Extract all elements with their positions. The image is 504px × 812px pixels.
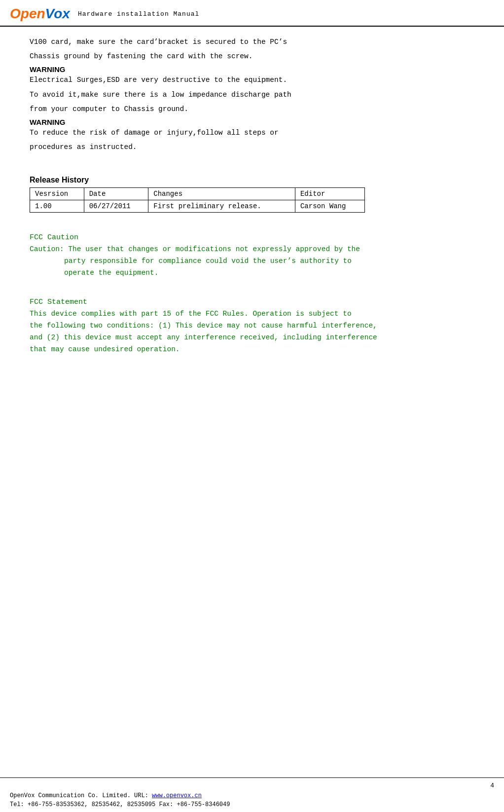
logo-open: Open (10, 6, 45, 22)
fcc-statement-line4: that may cause undesired operation. (30, 345, 180, 353)
fcc-caution-prefix: Caution: (30, 245, 68, 253)
fcc-caution-line3: operate the equipment. (64, 267, 474, 279)
header-subtitle: Hardware installation Manual (78, 10, 199, 18)
footer-url-link[interactable]: www.openvox.cn (152, 792, 202, 799)
table-cell-changes: First preliminary release. (148, 200, 295, 213)
page-number: 4 (10, 782, 494, 789)
table-header-version: Vesrsion (30, 188, 84, 200)
warning1-line2: To avoid it,make sure there is a low imp… (30, 89, 474, 101)
warning2-label: WARNING (30, 118, 474, 126)
footer-company-prefix: OpenVox Communication Co. Limited. URL: (10, 792, 152, 799)
logo: OpenVox (10, 6, 70, 22)
footer-company-info: OpenVox Communication Co. Limited. URL: … (10, 791, 494, 809)
table-header-changes: Changes (148, 188, 295, 200)
footer-tel-fax: Tel: +86-755-83535362, 82535462, 8253509… (10, 801, 230, 808)
fcc-caution-title: FCC Caution (30, 233, 474, 242)
table-cell-date: 06/27/2011 (84, 200, 148, 213)
fcc-statement-line2: the following two conditions: (1) This d… (30, 322, 377, 330)
logo-vox: Vox (45, 6, 70, 22)
fcc-caution-line2: party responsible for compliance could v… (64, 256, 474, 267)
table-cell-editor: Carson Wang (295, 200, 364, 213)
fcc-caution-line1: The user that changes or modifications n… (68, 245, 360, 253)
page-header: OpenVox Hardware installation Manual (0, 0, 504, 27)
fcc-caution-body: Caution: The user that changes or modifi… (30, 244, 474, 279)
warning1-line1: Electrical Surges,ESD are very destructi… (30, 74, 474, 86)
release-history-title: Release History (30, 176, 474, 185)
page-footer: 4 OpenVox Communication Co. Limited. URL… (0, 777, 504, 812)
fcc-statement-line1: This device complies with part 15 of the… (30, 310, 352, 318)
fcc-statement-line3: and (2) this device must accept any inte… (30, 333, 377, 341)
release-history-table: Vesrsion Date Changes Editor 1.00 06/27/… (30, 187, 365, 213)
warning2-line1: To reduce the risk of damage or injury,f… (30, 127, 474, 139)
main-content: V100 card, make sure the card’bracket is… (0, 27, 504, 366)
fcc-statement-body: This device complies with part 15 of the… (30, 308, 474, 356)
table-header-editor: Editor (295, 188, 364, 200)
table-cell-version: 1.00 (30, 200, 84, 213)
table-row: 1.00 06/27/2011 First preliminary releas… (30, 200, 365, 213)
table-header-date: Date (84, 188, 148, 200)
fcc-statement-title: FCC Statement (30, 298, 474, 306)
body-para1-line2: Chassis ground by fastening the card wit… (30, 51, 474, 62)
warning2-line2: procedures as instructed. (30, 142, 474, 153)
warning1-label: WARNING (30, 65, 474, 74)
warning1-line3: from your computer to Chassis ground. (30, 104, 474, 115)
body-para1-line1: V100 card, make sure the card’bracket is… (30, 37, 474, 48)
